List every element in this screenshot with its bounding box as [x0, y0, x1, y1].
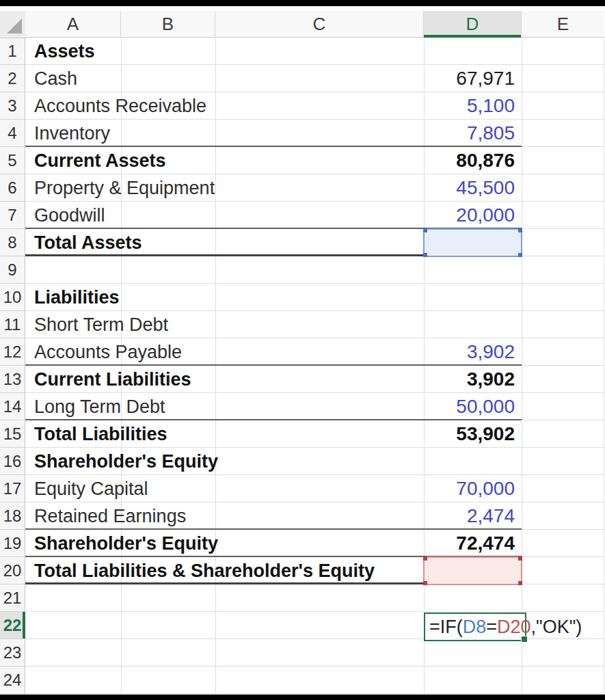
cell-A4[interactable]: Inventory	[34, 120, 110, 147]
cell-A16[interactable]: Shareholder's Equity	[34, 448, 218, 475]
cell-D19[interactable]: 72,474	[424, 530, 515, 557]
row-header-20[interactable]: 20	[0, 557, 25, 584]
row-header-16[interactable]: 16	[0, 448, 25, 475]
cell-D7[interactable]: 20,000	[424, 202, 515, 229]
formula-part: =	[486, 617, 497, 637]
row-header-24[interactable]: 24	[0, 667, 25, 694]
formula-part: D20	[497, 617, 531, 637]
selected-column-underline	[424, 35, 521, 38]
cell-A3[interactable]: Accounts Receivable	[34, 92, 206, 120]
cell-D17[interactable]: 70,000	[424, 475, 515, 502]
gridline	[25, 611, 604, 612]
cell-D18[interactable]: 2,474	[424, 502, 515, 530]
handle-icon	[423, 556, 427, 561]
row-header-14[interactable]: 14	[0, 393, 25, 420]
gridline	[25, 64, 604, 65]
gridline	[604, 11, 604, 694]
selected-row-indicator	[23, 612, 25, 638]
cell-D5[interactable]: 80,876	[424, 147, 515, 174]
column-header-a[interactable]: A	[25, 11, 121, 38]
select-all-corner[interactable]	[0, 11, 26, 38]
row-header-12[interactable]: 12	[0, 338, 25, 366]
column-header-d[interactable]: D	[424, 11, 522, 38]
cell-D2[interactable]: 67,971	[424, 65, 515, 92]
cell-A12[interactable]: Accounts Payable	[34, 338, 182, 366]
ref-highlight-d8	[423, 228, 522, 257]
cell-A11[interactable]: Short Term Debt	[34, 311, 168, 338]
cell-A19[interactable]: Shareholder's Equity	[34, 530, 218, 557]
row-header-1[interactable]: 1	[0, 38, 25, 65]
cell-A7[interactable]: Goodwill	[34, 202, 105, 229]
handle-icon	[518, 556, 522, 561]
gridline	[215, 11, 216, 694]
row-header-10[interactable]: 10	[0, 284, 25, 311]
row-header-18[interactable]: 18	[0, 502, 25, 530]
cell-A17[interactable]: Equity Capital	[34, 475, 148, 502]
cell-D6[interactable]: 45,500	[424, 174, 515, 202]
gridline	[522, 11, 522, 694]
cell-A14[interactable]: Long Term Debt	[34, 393, 165, 420]
formula-cell-editor[interactable]: =IF(D8=D20,"OK")	[424, 612, 526, 641]
column-header-b[interactable]: B	[121, 11, 215, 38]
cell-A15[interactable]: Total Liabilities	[34, 420, 167, 448]
row-header-17[interactable]: 17	[0, 475, 25, 502]
cell-A1[interactable]: Assets	[34, 38, 95, 65]
row-header-21[interactable]: 21	[0, 584, 25, 612]
row-header-6[interactable]: 6	[0, 174, 25, 202]
handle-icon	[518, 581, 522, 585]
column-header-c[interactable]: C	[215, 11, 424, 38]
cell-A20[interactable]: Total Liabilities & Shareholder's Equity	[34, 557, 375, 584]
handle-icon	[423, 253, 427, 257]
cell-A10[interactable]: Liabilities	[34, 284, 120, 311]
cell-D14[interactable]: 50,000	[424, 393, 515, 420]
gridline	[25, 693, 604, 694]
row-header-7[interactable]: 7	[0, 202, 25, 229]
handle-icon	[518, 228, 522, 232]
cell-A6[interactable]: Property & Equipment	[34, 174, 215, 202]
cell-D12[interactable]: 3,902	[424, 338, 515, 366]
row-header-3[interactable]: 3	[0, 92, 25, 120]
cell-D3[interactable]: 5,100	[424, 92, 515, 120]
row-header-2[interactable]: 2	[0, 65, 25, 92]
cell-A2[interactable]: Cash	[34, 65, 77, 92]
bottom-border	[0, 695, 605, 700]
handle-icon	[423, 581, 427, 585]
select-all-triangle-icon	[7, 18, 22, 33]
row-header-8[interactable]: 8	[0, 229, 25, 256]
formula-part: D8	[463, 617, 487, 637]
cell-A13[interactable]: Current Liabilities	[34, 366, 191, 393]
spreadsheet: A B C D E 1Assets2Cash67,9713Accounts Re…	[0, 0, 605, 700]
top-border	[0, 0, 605, 6]
handle-icon	[423, 228, 427, 232]
row-header-19[interactable]: 19	[0, 530, 25, 557]
column-header-d-label: D	[466, 14, 479, 34]
formula-text: =IF(D8=D20,"OK")	[429, 614, 582, 640]
cell-D13[interactable]: 3,902	[424, 366, 515, 393]
column-header-e[interactable]: E	[522, 11, 604, 38]
handle-icon	[518, 253, 522, 257]
formula-part: ,"OK")	[531, 617, 582, 637]
gridline	[25, 666, 604, 667]
row-header-15[interactable]: 15	[0, 420, 25, 448]
row-header-5[interactable]: 5	[0, 147, 25, 174]
formula-part: =IF(	[429, 617, 463, 637]
cell-A18[interactable]: Retained Earnings	[34, 502, 186, 530]
row-header-4[interactable]: 4	[0, 120, 25, 147]
cell-D4[interactable]: 7,805	[424, 120, 515, 147]
cell-A8[interactable]: Total Assets	[34, 229, 142, 256]
cell-A5[interactable]: Current Assets	[34, 147, 166, 174]
ref-highlight-d20	[423, 556, 522, 585]
row-header-22[interactable]: 22	[0, 612, 25, 639]
row-header-23[interactable]: 23	[0, 639, 25, 667]
row-header-11[interactable]: 11	[0, 311, 25, 338]
row-header-9[interactable]: 9	[0, 256, 25, 284]
row-header-13[interactable]: 13	[0, 366, 25, 393]
cell-D15[interactable]: 53,902	[424, 420, 515, 448]
